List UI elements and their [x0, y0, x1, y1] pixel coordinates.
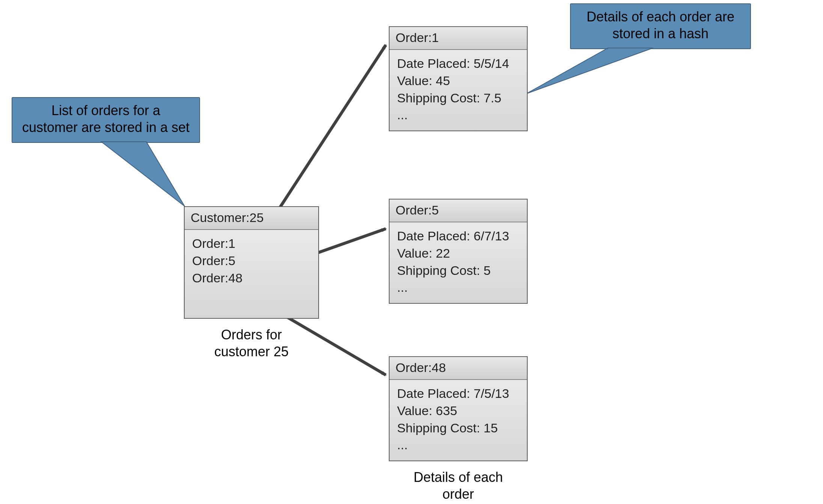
customer-set-body: Order:1 Order:5 Order:48 — [185, 230, 318, 292]
customer-caption-line1: Orders for — [221, 327, 282, 342]
order-line: Value: 45 — [397, 72, 519, 90]
callout-left-line1: List of orders for a — [51, 103, 160, 118]
order-header: Order:5 — [390, 200, 527, 222]
svg-marker-2 — [101, 142, 185, 206]
diagram-canvas: List of orders for a customer are stored… — [0, 0, 823, 504]
callout-left-text: List of orders for a customer are stored… — [12, 102, 200, 136]
order-line: Date Placed: 6/7/13 — [397, 228, 519, 245]
callout-right-text: Details of each order are stored in a ha… — [570, 8, 751, 42]
customer-set-box: Customer:25 Order:1 Order:5 Order:48 — [184, 206, 319, 319]
customer-caption-line2: customer 25 — [214, 344, 289, 359]
order-line: ... — [397, 436, 519, 454]
set-item: Order:5 — [192, 252, 311, 270]
callout-right-line1: Details of each order are — [587, 9, 734, 24]
callout-right-line2: stored in a hash — [612, 26, 709, 41]
order-body: Date Placed: 7/5/13 Value: 635 Shipping … — [390, 380, 527, 459]
order-box-48: Order:48 Date Placed: 7/5/13 Value: 635 … — [389, 356, 528, 461]
order-box-5: Order:5 Date Placed: 6/7/13 Value: 22 Sh… — [389, 199, 528, 304]
order-line: ... — [397, 106, 519, 124]
order-line: Shipping Cost: 7.5 — [397, 90, 519, 107]
order-line: Value: 22 — [397, 245, 519, 262]
customer-set-header: Customer:25 — [185, 207, 318, 230]
set-item: Order:48 — [192, 270, 311, 287]
order-header: Order:48 — [390, 357, 527, 380]
order-box-1: Order:1 Date Placed: 5/5/14 Value: 45 Sh… — [389, 26, 528, 131]
customer-set-caption: Orders for customer 25 — [184, 326, 319, 360]
order-line: Date Placed: 7/5/13 — [397, 385, 519, 402]
order-line: Value: 635 — [397, 402, 519, 420]
svg-marker-6 — [526, 48, 653, 94]
orders-caption: Details of each order — [389, 469, 528, 502]
order-body: Date Placed: 6/7/13 Value: 22 Shipping C… — [390, 222, 527, 302]
orders-caption-line1: Details of each — [414, 470, 503, 485]
order-line: ... — [397, 279, 519, 296]
order-body: Date Placed: 5/5/14 Value: 45 Shipping C… — [390, 50, 527, 129]
order-line: Shipping Cost: 5 — [397, 262, 519, 279]
callout-left-line2: customer are stored in a set — [22, 120, 190, 135]
order-line: Shipping Cost: 15 — [397, 420, 519, 437]
set-item: Order:1 — [192, 235, 311, 252]
order-line: Date Placed: 5/5/14 — [397, 55, 519, 72]
order-header: Order:1 — [390, 27, 527, 50]
orders-caption-line2: order — [442, 486, 474, 502]
